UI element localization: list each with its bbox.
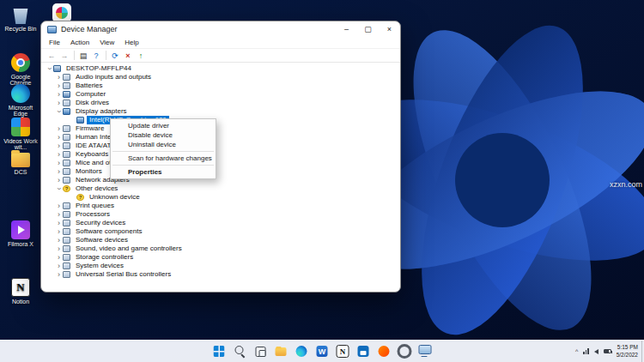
desktop-icon-image <box>11 220 30 239</box>
tree-row[interactable]: › Processors <box>41 210 400 219</box>
tree-chevron-icon[interactable]: › <box>55 159 63 167</box>
taskbar-icon-notion[interactable] <box>336 344 350 359</box>
context-menu-item[interactable]: Update driver <box>111 121 216 130</box>
context-menu-item[interactable]: Properties <box>111 167 216 177</box>
tree-chevron-icon[interactable]: › <box>55 210 63 219</box>
tree-row[interactable]: › Monitors <box>41 167 400 176</box>
menu-item[interactable]: Help <box>119 39 143 46</box>
battery-icon[interactable] <box>604 349 611 353</box>
tree-row[interactable]: › Software devices <box>41 236 400 244</box>
tree-row[interactable]: Unknown device <box>41 193 400 202</box>
taskbar-icon-search[interactable] <box>233 344 247 359</box>
desktop-icon-folder-dcs[interactable]: DCS <box>1 150 40 175</box>
tree-row[interactable]: Intel(R) HD Graphics 620 <box>41 116 400 124</box>
tree-label: Audio inputs and outputs <box>73 73 154 81</box>
tree-chevron-icon[interactable]: › <box>46 65 54 73</box>
tree-chevron-icon[interactable]: › <box>55 108 64 116</box>
tree-chevron-icon[interactable]: › <box>55 176 63 184</box>
menu-item[interactable]: Action <box>65 39 94 46</box>
taskbar-icon-settings[interactable] <box>398 344 412 359</box>
desktop-icon-videos[interactable]: Videos Work wit... <box>1 118 40 150</box>
minimize-button[interactable]: – <box>336 21 357 37</box>
taskbar-icon-start[interactable] <box>212 344 227 359</box>
taskbar-icon-task-view[interactable] <box>253 344 268 359</box>
tree-row[interactable]: › Security devices <box>41 219 400 227</box>
tree-row[interactable]: › Computer <box>41 90 400 99</box>
tree-row[interactable]: › IDE ATA/ATAPI controllers <box>41 142 400 150</box>
tree-chevron-icon[interactable]: › <box>55 185 64 193</box>
close-button[interactable]: × <box>379 21 400 37</box>
taskbar-icon-file-explorer[interactable] <box>274 344 289 359</box>
tree-label: Universal Serial Bus controllers <box>73 270 173 279</box>
tree-row[interactable]: › Display adapters <box>41 107 400 116</box>
device-category-icon <box>63 151 70 158</box>
desktop-icon-chrome[interactable]: Google Chrome <box>1 53 40 86</box>
toolbar-button-separator[interactable] <box>103 50 108 61</box>
toolbar-button-separator[interactable] <box>71 50 76 61</box>
tree-chevron-icon[interactable]: › <box>55 167 63 176</box>
tree-row[interactable]: › Software components <box>41 227 400 236</box>
tree-row[interactable]: › Batteries <box>41 81 400 90</box>
tree-row[interactable]: › Storage controllers <box>41 253 400 262</box>
tree-row[interactable]: › Mice and other pointing devices <box>41 159 400 167</box>
toolbar-button-export[interactable]: ▤ <box>77 50 89 61</box>
tree-chevron-icon[interactable]: › <box>55 142 63 150</box>
tree-row[interactable]: › Human Interface Devices <box>41 133 400 142</box>
tree-chevron-icon[interactable]: › <box>55 227 63 236</box>
tree-chevron-icon[interactable]: › <box>55 219 63 227</box>
toolbar-button-help[interactable]: ? <box>90 50 102 61</box>
desktop-icon-label: Videos Work wit... <box>1 138 40 150</box>
toolbar-button-scan-hardware[interactable]: ⟳ <box>109 50 121 61</box>
toolbar-button-forward[interactable]: → <box>58 50 70 61</box>
tree-row[interactable]: › DESKTOP-MFFLP44 <box>41 64 400 73</box>
tray-chevron-icon[interactable]: ^ <box>575 348 578 354</box>
menu-item[interactable]: File <box>44 39 65 46</box>
tree-row[interactable]: › Print queues <box>41 202 400 210</box>
tree-row[interactable]: › Disk drives <box>41 99 400 107</box>
desktop-icon-edge[interactable]: Microsoft Edge <box>1 84 40 117</box>
context-menu-item[interactable]: Scan for hardware changes <box>111 154 216 163</box>
toolbar-button-update-driver[interactable]: ↑ <box>135 50 147 61</box>
taskbar-icon-edge[interactable] <box>295 344 309 359</box>
tree-row[interactable]: › System devices <box>41 262 400 270</box>
taskbar-icon-store[interactable] <box>356 344 371 359</box>
network-icon[interactable] <box>583 348 589 354</box>
desktop-icon-filmora[interactable]: Filmora X <box>1 220 40 247</box>
clock[interactable]: 5:15 PM 5/2/2022 <box>617 344 638 358</box>
tree-chevron-icon[interactable]: › <box>55 99 63 107</box>
menu-item[interactable]: View <box>94 39 119 46</box>
tree-row[interactable]: › Firmware <box>41 124 400 133</box>
tree-chevron-icon[interactable]: › <box>55 133 63 142</box>
tree-chevron-icon[interactable]: › <box>55 202 63 210</box>
tree-chevron-icon[interactable]: › <box>55 90 63 99</box>
taskbar-icon-word[interactable] <box>315 344 330 359</box>
tree-chevron-icon[interactable]: › <box>55 124 63 133</box>
maximize-button[interactable]: ▢ <box>357 21 379 37</box>
tree-chevron-icon[interactable]: › <box>55 270 63 279</box>
desktop-icon-recycle-bin[interactable]: Recycle Bin <box>1 5 40 32</box>
desktop-icon-label: Notion <box>12 299 29 305</box>
tree-chevron-icon[interactable]: › <box>55 81 63 90</box>
taskbar-icon-movavi[interactable] <box>377 344 392 359</box>
desktop-icon-notion[interactable]: Notion <box>1 278 40 305</box>
tree-chevron-icon[interactable]: › <box>55 244 63 253</box>
tree-chevron-icon[interactable]: › <box>55 150 63 159</box>
tree-row[interactable]: › Keyboards <box>41 150 400 159</box>
titlebar[interactable]: Device Manager – ▢ × <box>41 21 400 37</box>
toolbar-button-uninstall[interactable]: × <box>122 50 134 61</box>
desktop-icon-image <box>11 53 30 72</box>
tree-row[interactable]: › Audio inputs and outputs <box>41 73 400 81</box>
taskbar-icon-device-manager[interactable] <box>418 344 433 359</box>
tree-chevron-icon[interactable]: › <box>55 253 63 262</box>
tree-chevron-icon[interactable]: › <box>55 73 63 81</box>
volume-icon[interactable] <box>594 349 598 354</box>
tree-row[interactable]: › Other devices <box>41 184 400 193</box>
tree-row[interactable]: › Network adapters <box>41 176 400 184</box>
tree-row[interactable]: › Universal Serial Bus controllers <box>41 270 400 279</box>
context-menu-item[interactable]: Disable device <box>111 130 216 140</box>
context-menu-item[interactable]: Uninstall device <box>111 140 216 149</box>
tree-chevron-icon[interactable]: › <box>55 236 63 244</box>
tree-chevron-icon[interactable]: › <box>55 262 63 270</box>
toolbar-button-back[interactable]: ← <box>46 50 58 61</box>
tree-row[interactable]: › Sound, video and game controllers <box>41 244 400 253</box>
